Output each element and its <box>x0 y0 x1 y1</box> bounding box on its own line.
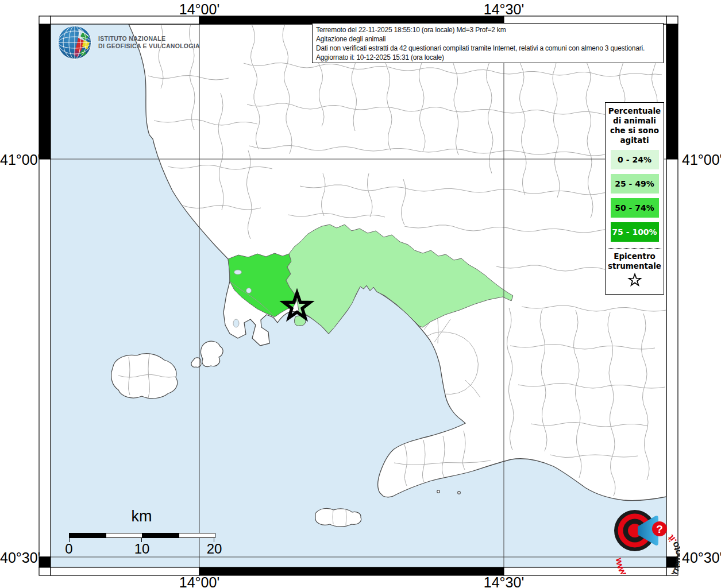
islet <box>458 492 461 494</box>
scale-bar-unit: km <box>69 508 214 525</box>
scale-label-10: 10 <box>129 541 155 557</box>
lon-label-top-left: 14°00' <box>168 1 231 18</box>
epicenter-star-icon <box>627 272 642 287</box>
ingv-line2: DI GEOFISICA E VULCANOLOGIA <box>98 42 200 50</box>
scale-bar <box>69 533 215 538</box>
legend-swatch-50-74: 50 - 74% <box>611 198 659 218</box>
info-line-subject: Agitazione degli animali <box>316 34 660 44</box>
info-line-updated: Aggiornato il: 10-12-2025 15:31 (ora loc… <box>316 53 660 62</box>
haisentitoilterremoto-logo[interactable]: ? www.haisentitoilterremoto.it <box>591 487 680 574</box>
legend-divider <box>608 248 661 249</box>
lon-label-bottom-right: 14°30' <box>472 574 535 588</box>
scale-seg <box>142 533 179 537</box>
lat-label-left-top: 41°00' <box>0 152 37 168</box>
ingv-line1: ISTITUTO NAZIONALE <box>98 35 200 42</box>
logo-question-mark: ? <box>656 523 663 535</box>
legend-swatch-75-100: 75 - 100% <box>611 222 659 242</box>
scale-label-0: 0 <box>56 541 82 557</box>
scale-label-20: 20 <box>202 541 227 557</box>
scale-seg <box>179 533 215 537</box>
info-line-event: Terremoto del 22-11-2025 18:55:10 (ora l… <box>316 25 660 34</box>
legend-swatch-0-24: 0 - 24% <box>611 150 659 169</box>
ingv-globe-icon <box>56 24 93 61</box>
legend: Percentuale di animali che si sono agita… <box>605 102 664 295</box>
lat-label-right-bottom: 40°30' <box>682 550 721 566</box>
legend-epicenter-label: Epicentro strumentale <box>606 252 664 271</box>
ingv-logo[interactable]: ISTITUTO NAZIONALE DI GEOFISICA E VULCAN… <box>56 24 200 61</box>
earthquake-info-box: Terremoto del 22-11-2025 18:55:10 (ora l… <box>312 23 664 63</box>
islet <box>437 490 440 493</box>
legend-title: Percentuale di animali che si sono agita… <box>607 106 662 145</box>
lat-label-left-bottom: 40°30' <box>0 550 37 566</box>
info-line-source: Dati non verificati estratti da 42 quest… <box>316 44 660 53</box>
legend-swatch-25-49: 25 - 49% <box>611 174 659 194</box>
scale-seg <box>106 533 143 537</box>
earthquake-map-page: 14°00' 14°30' 14°00' 14°30' 41°00' 40°30… <box>0 0 721 588</box>
lon-label-bottom-left: 14°00' <box>168 574 231 588</box>
lon-label-top-right: 14°30' <box>472 1 535 18</box>
lat-label-right-top: 41°00' <box>682 152 721 168</box>
ingv-wordmark: ISTITUTO NAZIONALE DI GEOFISICA E VULCAN… <box>98 35 200 50</box>
scale-seg <box>70 533 106 537</box>
